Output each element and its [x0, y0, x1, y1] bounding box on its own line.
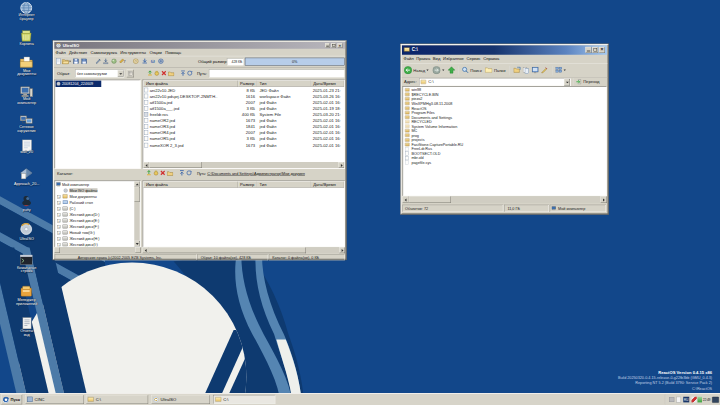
svg-text:ω: ω: [151, 59, 155, 64]
svg-text:7: 7: [123, 60, 125, 64]
